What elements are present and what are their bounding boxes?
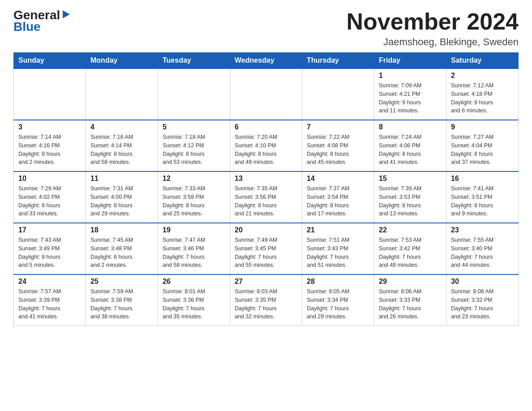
month-title: November 2024	[347, 9, 519, 34]
day-number: 8	[379, 123, 442, 131]
day-number: 20	[235, 226, 297, 234]
day-number: 3	[18, 123, 81, 131]
calendar-cell: 3Sunrise: 7:14 AMSunset: 4:16 PMDaylight…	[14, 120, 86, 171]
calendar-cell: 23Sunrise: 7:55 AMSunset: 3:40 PMDayligh…	[446, 223, 519, 274]
day-info: Sunrise: 7:45 AMSunset: 3:48 PMDaylight:…	[90, 236, 153, 270]
calendar-cell: 22Sunrise: 7:53 AMSunset: 3:42 PMDayligh…	[374, 223, 446, 274]
calendar-cell: 11Sunrise: 7:31 AMSunset: 4:00 PMDayligh…	[86, 171, 158, 223]
week-row-1: 3Sunrise: 7:14 AMSunset: 4:16 PMDaylight…	[14, 120, 519, 171]
header-sunday: Sunday	[14, 53, 86, 69]
day-number: 11	[90, 175, 153, 183]
day-number: 10	[18, 175, 81, 183]
calendar-cell: 12Sunrise: 7:33 AMSunset: 3:58 PMDayligh…	[158, 171, 230, 223]
day-number: 2	[451, 72, 514, 80]
calendar-cell: 8Sunrise: 7:24 AMSunset: 4:06 PMDaylight…	[374, 120, 446, 171]
day-info: Sunrise: 7:29 AMSunset: 4:02 PMDaylight:…	[18, 184, 81, 218]
day-info: Sunrise: 7:57 AMSunset: 3:39 PMDaylight:…	[18, 287, 81, 321]
day-info: Sunrise: 7:14 AMSunset: 4:16 PMDaylight:…	[18, 133, 81, 167]
calendar-cell: 20Sunrise: 7:49 AMSunset: 3:45 PMDayligh…	[230, 223, 302, 274]
calendar-cell	[158, 68, 230, 120]
header-friday: Friday	[374, 53, 446, 69]
svg-marker-0	[63, 10, 70, 18]
day-number: 29	[379, 278, 442, 286]
day-number: 26	[163, 278, 225, 286]
day-number: 7	[307, 123, 369, 131]
calendar-cell: 18Sunrise: 7:45 AMSunset: 3:48 PMDayligh…	[86, 223, 158, 274]
day-info: Sunrise: 7:51 AMSunset: 3:43 PMDaylight:…	[307, 236, 369, 270]
calendar-cell: 2Sunrise: 7:12 AMSunset: 4:18 PMDaylight…	[446, 68, 519, 120]
calendar-cell: 29Sunrise: 8:06 AMSunset: 3:33 PMDayligh…	[374, 274, 446, 326]
day-number: 25	[90, 278, 153, 286]
day-info: Sunrise: 7:16 AMSunset: 4:14 PMDaylight:…	[90, 133, 153, 167]
day-info: Sunrise: 7:41 AMSunset: 3:51 PMDaylight:…	[451, 184, 514, 218]
day-number: 23	[451, 226, 514, 234]
day-number: 5	[163, 123, 225, 131]
calendar-cell: 16Sunrise: 7:41 AMSunset: 3:51 PMDayligh…	[446, 171, 519, 223]
day-number: 18	[90, 226, 153, 234]
day-info: Sunrise: 8:08 AMSunset: 3:32 PMDaylight:…	[451, 287, 514, 321]
calendar-cell	[302, 68, 374, 120]
day-number: 6	[235, 123, 297, 131]
day-info: Sunrise: 7:18 AMSunset: 4:12 PMDaylight:…	[163, 133, 225, 167]
logo-blue: Blue	[13, 20, 41, 34]
day-number: 27	[235, 278, 297, 286]
day-info: Sunrise: 7:20 AMSunset: 4:10 PMDaylight:…	[235, 133, 297, 167]
day-info: Sunrise: 7:39 AMSunset: 3:53 PMDaylight:…	[379, 184, 442, 218]
day-info: Sunrise: 7:55 AMSunset: 3:40 PMDaylight:…	[451, 236, 514, 270]
calendar-cell: 6Sunrise: 7:20 AMSunset: 4:10 PMDaylight…	[230, 120, 302, 171]
logo: General Blue	[13, 9, 71, 34]
calendar-cell: 27Sunrise: 8:03 AMSunset: 3:35 PMDayligh…	[230, 274, 302, 326]
day-info: Sunrise: 7:24 AMSunset: 4:06 PMDaylight:…	[379, 133, 442, 167]
header-tuesday: Tuesday	[158, 53, 230, 69]
week-row-0: 1Sunrise: 7:09 AMSunset: 4:21 PMDaylight…	[14, 68, 519, 120]
day-info: Sunrise: 7:59 AMSunset: 3:38 PMDaylight:…	[90, 287, 153, 321]
calendar-cell: 4Sunrise: 7:16 AMSunset: 4:14 PMDaylight…	[86, 120, 158, 171]
day-info: Sunrise: 7:27 AMSunset: 4:04 PMDaylight:…	[451, 133, 514, 167]
day-info: Sunrise: 8:06 AMSunset: 3:33 PMDaylight:…	[379, 287, 442, 321]
calendar-cell: 15Sunrise: 7:39 AMSunset: 3:53 PMDayligh…	[374, 171, 446, 223]
calendar-cell: 26Sunrise: 8:01 AMSunset: 3:36 PMDayligh…	[158, 274, 230, 326]
day-info: Sunrise: 7:31 AMSunset: 4:00 PMDaylight:…	[90, 184, 153, 218]
day-number: 24	[18, 278, 81, 286]
day-number: 9	[451, 123, 514, 131]
calendar-cell: 14Sunrise: 7:37 AMSunset: 3:54 PMDayligh…	[302, 171, 374, 223]
day-number: 12	[163, 175, 225, 183]
day-number: 13	[235, 175, 297, 183]
week-row-3: 17Sunrise: 7:43 AMSunset: 3:49 PMDayligh…	[14, 223, 519, 274]
location-title: Jaemshoeg, Blekinge, Sweden	[347, 36, 519, 48]
calendar-cell: 10Sunrise: 7:29 AMSunset: 4:02 PMDayligh…	[14, 171, 86, 223]
header-monday: Monday	[86, 53, 158, 69]
calendar-cell: 24Sunrise: 7:57 AMSunset: 3:39 PMDayligh…	[14, 274, 86, 326]
day-number: 14	[307, 175, 369, 183]
calendar-cell: 30Sunrise: 8:08 AMSunset: 3:32 PMDayligh…	[446, 274, 519, 326]
calendar-cell: 7Sunrise: 7:22 AMSunset: 4:08 PMDaylight…	[302, 120, 374, 171]
calendar-cell: 19Sunrise: 7:47 AMSunset: 3:46 PMDayligh…	[158, 223, 230, 274]
page-header: General Blue November 2024 Jaemshoeg, Bl…	[13, 9, 519, 48]
logo-triangle-icon	[61, 9, 71, 19]
day-info: Sunrise: 7:35 AMSunset: 3:56 PMDaylight:…	[235, 184, 297, 218]
calendar-header-row: SundayMondayTuesdayWednesdayThursdayFrid…	[14, 53, 519, 69]
calendar-cell: 13Sunrise: 7:35 AMSunset: 3:56 PMDayligh…	[230, 171, 302, 223]
calendar-cell: 17Sunrise: 7:43 AMSunset: 3:49 PMDayligh…	[14, 223, 86, 274]
calendar-cell: 9Sunrise: 7:27 AMSunset: 4:04 PMDaylight…	[446, 120, 519, 171]
calendar-cell	[230, 68, 302, 120]
day-number: 4	[90, 123, 153, 131]
day-number: 28	[307, 278, 369, 286]
calendar-cell: 28Sunrise: 8:05 AMSunset: 3:34 PMDayligh…	[302, 274, 374, 326]
day-info: Sunrise: 8:01 AMSunset: 3:36 PMDaylight:…	[163, 287, 225, 321]
calendar-cell	[86, 68, 158, 120]
day-number: 16	[451, 175, 514, 183]
week-row-2: 10Sunrise: 7:29 AMSunset: 4:02 PMDayligh…	[14, 171, 519, 223]
calendar-cell: 21Sunrise: 7:51 AMSunset: 3:43 PMDayligh…	[302, 223, 374, 274]
day-info: Sunrise: 7:49 AMSunset: 3:45 PMDaylight:…	[235, 236, 297, 270]
day-info: Sunrise: 7:37 AMSunset: 3:54 PMDaylight:…	[307, 184, 369, 218]
calendar-cell: 1Sunrise: 7:09 AMSunset: 4:21 PMDaylight…	[374, 68, 446, 120]
day-number: 21	[307, 226, 369, 234]
day-info: Sunrise: 7:47 AMSunset: 3:46 PMDaylight:…	[163, 236, 225, 270]
day-info: Sunrise: 7:53 AMSunset: 3:42 PMDaylight:…	[379, 236, 442, 270]
header-saturday: Saturday	[446, 53, 519, 69]
day-info: Sunrise: 7:33 AMSunset: 3:58 PMDaylight:…	[163, 184, 225, 218]
day-number: 22	[379, 226, 442, 234]
day-number: 1	[379, 72, 442, 80]
calendar-cell: 5Sunrise: 7:18 AMSunset: 4:12 PMDaylight…	[158, 120, 230, 171]
